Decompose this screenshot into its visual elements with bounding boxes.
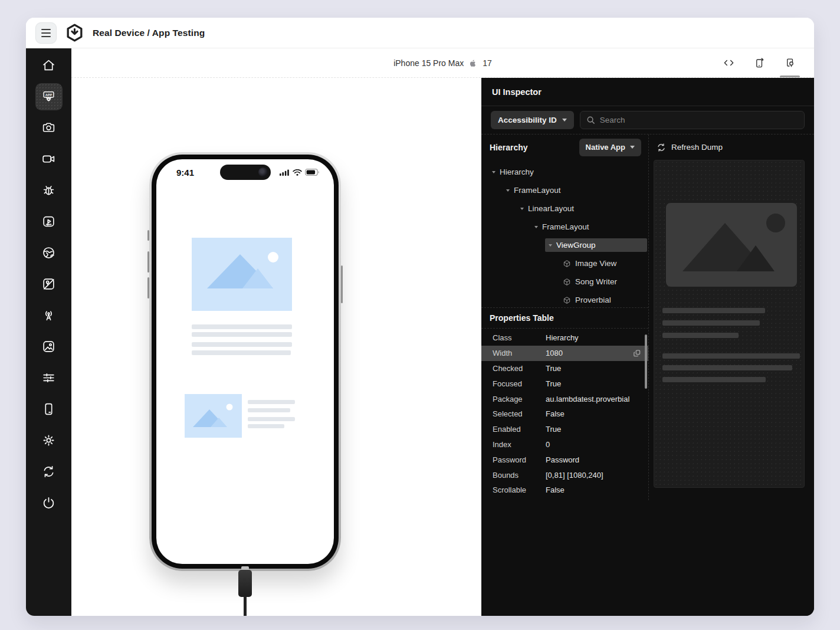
tree-node-framelayout[interactable]: FrameLayout (481, 181, 648, 199)
properties-scrollbar[interactable] (645, 334, 647, 389)
gear-icon (41, 433, 56, 448)
tree-node-label: FrameLayout (514, 186, 561, 195)
tree-node-framelayout[interactable]: FrameLayout (481, 218, 648, 236)
tree-node-label: Image View (575, 259, 616, 268)
sidebar-item-gallery[interactable] (26, 331, 71, 362)
sidebar-item-device[interactable] (26, 393, 71, 425)
sync-icon (41, 464, 56, 479)
element-cube-icon (563, 278, 571, 286)
sidebar-item-network[interactable] (26, 300, 71, 331)
app-header: Real Device / App Testing (26, 18, 814, 48)
property-value: True (546, 425, 561, 434)
battery-icon (305, 169, 320, 176)
hierarchy-tree: Hierarchy FrameLayout LinearLayout Frame… (481, 160, 648, 307)
preview-skeleton-line (662, 353, 800, 359)
caret-down-icon[interactable] (534, 226, 538, 228)
sidebar-item-map-image[interactable] (26, 268, 71, 300)
property-row-checked[interactable]: Checked True (481, 361, 648, 376)
sidebar-item-settings[interactable] (26, 425, 71, 456)
locator-strategy-dropdown[interactable]: Accessibility ID (491, 111, 574, 129)
property-row-index[interactable]: Index 0 (481, 437, 648, 452)
dump-preview[interactable] (654, 160, 805, 488)
cellular-signal-icon (280, 169, 290, 176)
property-key: Focused (493, 379, 546, 388)
tree-node-linearlayout[interactable]: LinearLayout (481, 199, 648, 218)
sidebar-item-bug[interactable] (26, 175, 71, 206)
refresh-dump-label: Refresh Dump (671, 143, 723, 152)
skeleton-line (248, 400, 295, 404)
search-input[interactable] (600, 116, 798, 124)
refresh-dump-button[interactable]: Refresh Dump (649, 134, 814, 160)
property-key: Selected (493, 409, 546, 418)
skeleton-line (192, 332, 292, 337)
app-context-value: Native App (586, 143, 625, 152)
page-title: Real Device / App Testing (93, 28, 205, 38)
property-row-password[interactable]: Password Password (481, 452, 648, 467)
sidebar-item-camera[interactable] (26, 112, 71, 143)
property-row-scrollable[interactable]: Scrollable False (481, 483, 648, 498)
property-row-focused[interactable]: Focused True (481, 376, 648, 391)
device-name: iPhone 15 Pro Max (393, 58, 464, 68)
caret-down-icon[interactable] (549, 244, 552, 247)
app-context-dropdown[interactable]: Native App (579, 139, 641, 156)
caret-down-icon[interactable] (506, 189, 510, 192)
property-key: Enabled (493, 425, 546, 434)
phone-action-button (147, 230, 149, 241)
copy-icon[interactable] (633, 349, 641, 357)
refresh-icon (657, 143, 666, 152)
property-key: Password (493, 455, 546, 464)
os-version: 17 (483, 58, 492, 68)
power-icon (41, 496, 56, 510)
sidebar-item-switch[interactable] (26, 456, 71, 487)
search-box[interactable] (580, 111, 805, 129)
phone-screen[interactable]: 9:41 (156, 159, 334, 564)
caret-down-icon[interactable] (520, 208, 524, 210)
tree-node-label: LinearLayout (528, 204, 574, 213)
tree-node-hierarchy[interactable]: Hierarchy (481, 163, 648, 181)
code-view-button[interactable] (718, 48, 739, 77)
skeleton-line (192, 342, 292, 347)
map-photo-icon (41, 277, 56, 291)
property-row-enabled[interactable]: Enabled True (481, 422, 648, 437)
property-value: True (546, 379, 561, 388)
tree-node-label: Song Writer (575, 277, 617, 286)
skeleton-line (192, 350, 291, 355)
wifi-icon (293, 169, 302, 176)
property-value: [0,81] [1080,240] (546, 471, 603, 480)
camera-icon (41, 120, 56, 135)
property-row-class[interactable]: Class Hierarchy (481, 330, 648, 346)
hamburger-menu-button[interactable] (35, 22, 57, 44)
hierarchy-title: Hierarchy (490, 143, 528, 152)
sidebar-item-home[interactable] (26, 50, 71, 81)
tree-node-image-view[interactable]: Image View (481, 254, 648, 273)
property-row-bounds[interactable]: Bounds [0,81] [1080,240] (481, 467, 648, 483)
tree-node-proverbial[interactable]: Proverbial (481, 291, 648, 307)
image-placeholder-small (185, 394, 242, 438)
sidebar-item-media-player[interactable] (26, 206, 71, 237)
sidebar-item-browser[interactable] (26, 237, 71, 268)
property-row-width[interactable]: Width 1080 (481, 346, 648, 361)
bug-icon (41, 183, 56, 198)
sidebar: APP (26, 48, 71, 616)
chevron-down-icon (630, 146, 635, 149)
sidebar-item-video[interactable] (26, 143, 71, 175)
sidebar-item-settings-sliders[interactable] (26, 362, 71, 393)
device-topbar: iPhone 15 Pro Max 17 (71, 48, 814, 78)
property-row-package[interactable]: Package au.lambdatest.proverbial (481, 391, 648, 406)
property-key: Index (493, 440, 546, 449)
property-key: Checked (493, 364, 546, 373)
device-signal-button[interactable] (749, 48, 769, 77)
skeleton-line (248, 408, 290, 412)
tree-node-song-writer[interactable]: Song Writer (481, 273, 648, 291)
caret-down-icon[interactable] (492, 171, 496, 173)
ui-inspector-button[interactable] (780, 48, 800, 77)
property-row-selected[interactable]: Selected False (481, 406, 648, 422)
sidebar-item-app-install[interactable]: APP (26, 81, 71, 112)
preview-skeleton-line (662, 377, 766, 382)
properties-table: Class Hierarchy Width 1080 Checked True … (481, 329, 648, 500)
skeleton-line (248, 424, 284, 428)
sidebar-item-power[interactable] (26, 487, 71, 519)
globe-icon (41, 245, 56, 260)
tree-node-viewgroup[interactable]: ViewGroup (481, 236, 648, 254)
code-icon (723, 57, 734, 68)
